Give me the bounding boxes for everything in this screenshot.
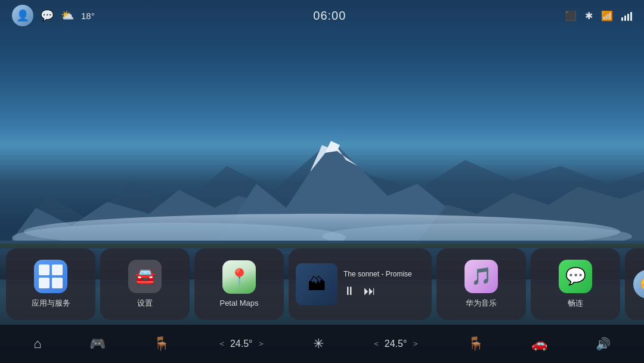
temp-right-value: 24.5° xyxy=(384,339,408,349)
home-icon: ⌂ xyxy=(33,336,41,352)
seat-left-nav[interactable]: 🪑 xyxy=(153,336,169,352)
apps-services-item[interactable]: 应用与服务 xyxy=(6,248,95,320)
temp-left-control[interactable]: ＜ 24.5° ＞ xyxy=(218,339,265,349)
map-pin-icon: 📍 xyxy=(229,267,250,287)
temp-right-increase[interactable]: ＞ xyxy=(411,339,420,349)
music-info: The sonnet - Promise ⏸ ⏭ xyxy=(343,270,425,298)
album-emoji: 🏔 xyxy=(308,274,326,294)
bottom-bar: ⌂ 🎮 🪑 ＜ 24.5° ＞ ✳ ＜ 24.5° ＞ 🪑 🚗 🔊 xyxy=(0,325,644,363)
fan-icon: ✳ xyxy=(313,336,324,352)
apps-services-label: 应用与服务 xyxy=(32,298,70,309)
music-controls[interactable]: ⏸ ⏭ xyxy=(343,284,425,298)
car-icon: 🚗 xyxy=(531,336,547,352)
status-bar: 👤 💬 ⛅ 18° 06:00 ⬛ ✱ 📶 xyxy=(0,0,644,31)
car-nav[interactable]: 🚗 xyxy=(531,336,547,352)
petal-maps-icon: 📍 xyxy=(222,260,256,294)
message-icon: 💬 xyxy=(41,9,54,22)
notification-card[interactable]: 😊 小伟，早上好 座舱已经为你准备完毕 xyxy=(625,248,644,320)
fan-nav[interactable]: ✳ xyxy=(313,336,324,352)
wifi-icon: 📶 xyxy=(601,10,613,21)
music-note-icon: 🎵 xyxy=(471,266,492,286)
steering-nav[interactable]: 🎮 xyxy=(89,336,106,352)
clock: 06:00 xyxy=(313,9,346,23)
huawei-music-icon: 🎵 xyxy=(465,260,498,293)
seat-left-icon: 🪑 xyxy=(153,336,169,352)
bluetooth-icon: ✱ xyxy=(585,10,593,21)
settings-icon: 🚘 xyxy=(128,260,162,293)
seat-right-icon: 🪑 xyxy=(467,336,484,352)
chat-icon: 💬 xyxy=(565,266,586,286)
status-right: ⬛ ✱ 📶 xyxy=(565,10,632,21)
apps-services-icon xyxy=(34,260,67,293)
connect-label: 畅连 xyxy=(568,298,583,309)
next-button[interactable]: ⏭ xyxy=(364,284,376,298)
music-title: The sonnet - Promise xyxy=(343,270,425,278)
settings-item[interactable]: 🚘 设置 xyxy=(100,248,190,320)
seat-right-nav[interactable]: 🪑 xyxy=(467,336,484,352)
petal-maps-item[interactable]: 📍 Petal Maps xyxy=(194,248,284,320)
temp-left-increase[interactable]: ＞ xyxy=(257,339,265,349)
music-album-art: 🏔 xyxy=(296,263,338,305)
volume-icon: 🔊 xyxy=(596,337,611,351)
steering-icon: 🎮 xyxy=(89,336,106,352)
camera-icon: ⬛ xyxy=(565,10,577,21)
app-dock: 应用与服务 🚘 设置 📍 Petal Maps 🏔 The sonnet - P… xyxy=(0,244,644,324)
volume-nav[interactable]: 🔊 xyxy=(596,337,611,351)
temperature: 18° xyxy=(81,11,95,21)
huawei-music-item[interactable]: 🎵 华为音乐 xyxy=(436,248,526,320)
temp-left-decrease[interactable]: ＜ xyxy=(218,339,226,349)
temp-right-control[interactable]: ＜ 24.5° ＞ xyxy=(372,339,420,349)
connect-item[interactable]: 💬 畅连 xyxy=(531,248,620,320)
notification-avatar: 😊 xyxy=(633,270,644,299)
temp-left-value: 24.5° xyxy=(230,339,253,349)
temp-right-decrease[interactable]: ＜ xyxy=(372,339,380,349)
music-player-item[interactable]: 🏔 The sonnet - Promise ⏸ ⏭ xyxy=(289,248,432,320)
weather-icon: ⛅ xyxy=(61,9,74,22)
settings-label: 设置 xyxy=(137,298,153,309)
connect-icon: 💬 xyxy=(559,260,592,293)
huawei-music-label: 华为音乐 xyxy=(466,298,497,309)
signal-icon xyxy=(621,10,632,21)
home-nav[interactable]: ⌂ xyxy=(33,336,41,352)
pause-button[interactable]: ⏸ xyxy=(343,284,355,298)
status-left: 👤 💬 ⛅ 18° xyxy=(12,5,95,26)
petal-maps-label: Petal Maps xyxy=(219,299,258,307)
avatar[interactable]: 👤 xyxy=(12,5,33,26)
